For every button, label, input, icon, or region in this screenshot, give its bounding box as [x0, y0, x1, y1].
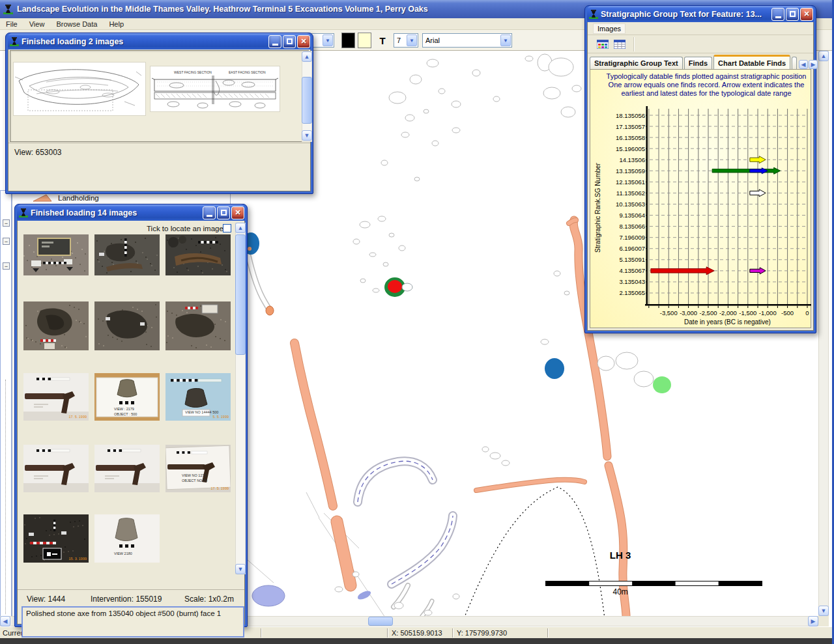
waterhole-feature[interactable]: [388, 280, 402, 293]
tab-sa[interactable]: Sa: [792, 57, 797, 69]
scroll-left-button[interactable]: ◀: [0, 616, 10, 626]
feature-outline[interactable]: [634, 371, 654, 387]
maximize-button[interactable]: [283, 35, 296, 48]
thumbnail[interactable]: VIEW : 2179OBJECT : 500: [94, 373, 160, 421]
feature-outline[interactable]: [554, 271, 560, 276]
scroll-down-button[interactable]: ▼: [235, 564, 246, 574]
feature-outline[interactable]: [493, 96, 500, 102]
highlight-color-swatch[interactable]: [358, 33, 371, 48]
feature-outline[interactable]: [352, 572, 359, 577]
segmented-ditch-feature[interactable]: [392, 516, 453, 584]
section-drawing-thumbnail[interactable]: [14, 63, 145, 115]
thumbnail[interactable]: [94, 445, 160, 492]
thumbnail[interactable]: [23, 445, 89, 492]
image-table-view-button[interactable]: [611, 37, 628, 51]
feature-outline[interactable]: [424, 109, 429, 113]
feature-outline[interactable]: [424, 610, 432, 615]
feature-outline[interactable]: [597, 356, 614, 371]
thumbnail[interactable]: [165, 301, 231, 350]
feature-outline[interactable]: [335, 587, 343, 592]
feature-outline[interactable]: [572, 85, 581, 92]
scroll-down-button[interactable]: ▼: [818, 606, 829, 616]
win14-title-bar[interactable]: Finished loading 14 images ✕: [17, 204, 245, 221]
feature-outline[interactable]: [369, 253, 376, 257]
feature-outline[interactable]: [360, 279, 366, 283]
close-button[interactable]: ✕: [297, 35, 310, 48]
feature-outline[interactable]: [439, 89, 445, 94]
feature-outline[interactable]: [525, 56, 533, 61]
menu-item-images[interactable]: Images: [593, 23, 626, 34]
legend-item-landholding[interactable]: Landholding: [32, 193, 99, 203]
feature-outline[interactable]: [452, 128, 460, 133]
feature-outline[interactable]: [453, 594, 459, 599]
feature-outline[interactable]: [432, 141, 439, 146]
tab-stratigraphic-group-text[interactable]: Stratigraphic Group Text: [590, 57, 683, 69]
minimize-button[interactable]: [203, 206, 216, 219]
feature-outline[interactable]: [452, 101, 461, 107]
waterhole-feature[interactable]: [252, 585, 285, 606]
close-button[interactable]: ✕: [800, 8, 813, 21]
feature-outline[interactable]: [564, 291, 569, 295]
waterhole-feature[interactable]: [356, 589, 372, 601]
feature-outline[interactable]: [405, 115, 414, 121]
tab-chart-datable-finds[interactable]: Chart Datable Finds: [713, 55, 790, 69]
feature-outline[interactable]: [561, 107, 575, 117]
text-tool-button[interactable]: T: [375, 33, 390, 48]
scroll-right-button[interactable]: ▶: [808, 616, 818, 626]
feature-outline[interactable]: [360, 221, 370, 228]
font-size-combo[interactable]: 7▼: [394, 33, 418, 48]
thumbnail[interactable]: [165, 234, 231, 275]
thumbnail[interactable]: 15. 3. 1999: [23, 514, 89, 563]
tab-scroll-left-button[interactable]: ◀: [799, 60, 808, 69]
vertical-scroll-thumb[interactable]: [235, 234, 246, 355]
thumbnail[interactable]: [94, 301, 160, 350]
feature-outline[interactable]: [414, 177, 420, 181]
scroll-up-button[interactable]: ▲: [818, 51, 829, 61]
tab-finds[interactable]: Finds: [684, 57, 712, 69]
feature-outline[interactable]: [399, 245, 405, 251]
feature-outline[interactable]: [482, 447, 489, 452]
scroll-up-button[interactable]: ▲: [235, 223, 246, 233]
feature-outline[interactable]: [410, 75, 422, 84]
feature-outline[interactable]: [373, 288, 379, 292]
horizontal-scroll-thumb[interactable]: [368, 617, 393, 626]
waterhole-feature[interactable]: [402, 283, 412, 291]
scroll-down-button[interactable]: ▼: [302, 130, 312, 141]
close-button[interactable]: ✕: [231, 206, 244, 219]
font-name-combo[interactable]: Arial▼: [422, 33, 512, 48]
win2-title-bar[interactable]: Finished loading 2 images ✕: [8, 33, 311, 49]
feature-outline[interactable]: [378, 216, 386, 221]
menu-item-file[interactable]: File: [0, 20, 23, 29]
menu-item-browse-data[interactable]: Browse Data: [50, 20, 103, 29]
section-drawing-thumbnail[interactable]: WEST FACING SECTION EAST FACING SECTION: [151, 66, 280, 111]
feature-outline[interactable]: [383, 262, 388, 266]
text-color-swatch[interactable]: [341, 33, 355, 48]
feature-outline[interactable]: [394, 602, 403, 609]
feature-outline[interactable]: [353, 239, 360, 244]
thumbnail[interactable]: VIEW 2180: [94, 514, 160, 563]
minimize-button[interactable]: [268, 35, 281, 48]
strat-title-bar[interactable]: Stratigraphic Group Text for Feature: 13…: [587, 6, 814, 22]
collapse-box[interactable]: −: [3, 219, 10, 227]
maximize-button[interactable]: [217, 206, 230, 219]
thumbnail[interactable]: [94, 234, 160, 275]
feature-outline[interactable]: [549, 58, 573, 76]
thumbnail[interactable]: VIEW NO 14444 5005. 5. 1999: [165, 373, 231, 421]
feature-outline[interactable]: [541, 339, 549, 344]
feature-outline[interactable]: [389, 92, 406, 104]
feature-outline[interactable]: [502, 460, 510, 466]
vertical-scroll-thumb[interactable]: [302, 77, 312, 124]
feature-outline[interactable]: [490, 453, 500, 459]
feature-outline[interactable]: [472, 70, 480, 76]
menu-item-view[interactable]: View: [23, 20, 51, 29]
tab-scroll-right-button[interactable]: ▶: [809, 60, 818, 69]
waterhole-feature[interactable]: [266, 306, 274, 315]
thumbnail[interactable]: [23, 301, 89, 350]
feature-outline[interactable]: [389, 233, 394, 237]
maximize-button[interactable]: [786, 8, 799, 21]
feature-outline[interactable]: [427, 59, 439, 67]
waterhole-feature[interactable]: [545, 358, 564, 379]
map-vertical-scrollbar[interactable]: [818, 51, 829, 616]
feature-outline[interactable]: [616, 352, 638, 369]
collapse-box[interactable]: −: [3, 238, 10, 245]
